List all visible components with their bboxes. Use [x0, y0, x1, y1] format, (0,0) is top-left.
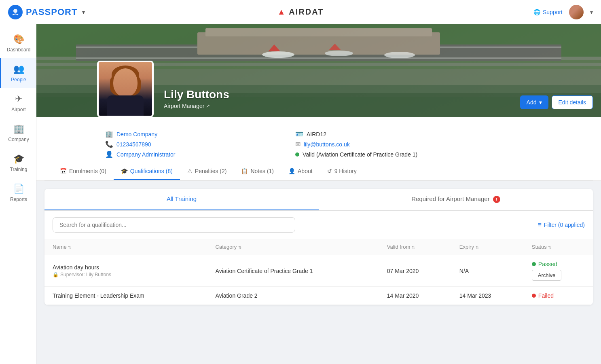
email-detail: ✉ lily@buttons.co.uk — [295, 140, 469, 148]
svg-point-12 — [325, 51, 353, 56]
th-name-label: Name — [53, 244, 67, 250]
airdat-logo: ▲ AIRDAT — [277, 7, 324, 16]
penalties-tab-icon: ⚠ — [187, 168, 193, 174]
qualifications-tab-icon: 🎓 — [121, 168, 128, 174]
sidebar-label-people: People — [11, 77, 26, 83]
th-category[interactable]: Category ⇅ — [207, 239, 379, 255]
row1-name: Aviation day hours — [53, 264, 199, 271]
logo-dropdown-caret[interactable]: ▾ — [82, 9, 85, 15]
sidebar-item-reports[interactable]: 📄 Reports — [0, 178, 36, 208]
all-training-label: All Training — [167, 195, 197, 202]
th-status[interactable]: Status ⇅ — [524, 239, 593, 255]
logo-area[interactable]: PASSPORT ▾ — [8, 5, 85, 19]
email-icon: ✉ — [295, 140, 300, 148]
row2-status-text: Failed — [538, 292, 554, 299]
sidebar-item-people[interactable]: 👥 People — [0, 58, 36, 88]
tab-about[interactable]: 👤 About — [281, 163, 320, 180]
job-icon: 👤 — [105, 150, 113, 158]
main-layout: 🎨 Dashboard 👥 People ✈ Airport 🏢 Company… — [0, 24, 601, 364]
company-link[interactable]: Demo Company — [116, 131, 157, 138]
table-body: Aviation day hours 🔒 Supervisor: Lily Bu… — [44, 255, 593, 305]
main-content: Lily Buttons Airport Manager ↗ Add ▾ Edi… — [36, 24, 601, 364]
dashboard-icon: 🎨 — [13, 34, 24, 44]
notes-tab-icon: 📋 — [241, 168, 248, 174]
sidebar-label-company: Company — [8, 137, 29, 142]
sub-tabs: All Training Required for Airport Manage… — [44, 189, 593, 211]
company-icon: 🏢 — [13, 124, 24, 134]
sub-tab-required[interactable]: Required for Airport Manager ! — [319, 189, 593, 210]
sidebar-item-dashboard[interactable]: 🎨 Dashboard — [0, 28, 36, 58]
email-link[interactable]: lily@buttons.co.uk — [304, 141, 350, 148]
svg-point-13 — [384, 52, 415, 58]
failed-dot — [532, 294, 536, 298]
history-tab-icon: ↺ — [327, 168, 332, 174]
sidebar-item-training[interactable]: 🎓 Training — [0, 148, 36, 178]
required-label: Required for Airport Manager — [411, 195, 489, 202]
sub-tab-all-training[interactable]: All Training — [44, 189, 319, 210]
sidebar-item-airport[interactable]: ✈ Airport — [0, 88, 36, 118]
valid-from-sort-icon[interactable]: ⇅ — [412, 245, 415, 250]
tab-notes[interactable]: 📋 Notes (1) — [234, 163, 281, 180]
add-button[interactable]: Add ▾ — [520, 95, 548, 109]
th-valid-from[interactable]: Valid from ⇅ — [379, 239, 451, 255]
top-navigation: PASSPORT ▾ ▲ AIRDAT 🌐 Support ▾ — [0, 0, 601, 24]
app-title: PASSPORT — [26, 7, 77, 17]
about-tab-label: About — [298, 168, 313, 174]
category-sort-icon[interactable]: ⇅ — [238, 245, 241, 250]
name-sort-icon[interactable]: ⇅ — [68, 245, 71, 250]
job-title-detail: 👤 Company Administrator — [105, 150, 279, 158]
th-expiry[interactable]: Expiry ⇅ — [451, 239, 524, 255]
user-avatar[interactable] — [569, 5, 584, 19]
profile-banner: Lily Buttons Airport Manager ↗ Add ▾ Edi… — [36, 24, 601, 117]
status-dot-green — [295, 152, 299, 157]
profile-actions: Add ▾ Edit details — [520, 95, 593, 109]
status-sort-icon[interactable]: ⇅ — [548, 245, 551, 250]
aird-code-detail: 🪪 AIRD12 — [295, 130, 469, 138]
edit-details-button[interactable]: Edit details — [552, 95, 593, 109]
training-icon: 🎓 — [13, 154, 24, 164]
tab-history[interactable]: ↺ 9 History — [320, 163, 364, 180]
profile-role-text: Airport Manager — [164, 103, 204, 109]
svg-point-0 — [13, 9, 17, 13]
archive-button[interactable]: Archive — [532, 270, 561, 281]
tab-qualifications[interactable]: 🎓 Qualifications (8) — [114, 163, 180, 180]
row2-name: Training Element - Leadership Exam — [53, 292, 199, 299]
profile-role: Airport Manager ↗ — [164, 103, 229, 109]
qualifications-panel: All Training Required for Airport Manage… — [44, 189, 593, 305]
row1-status: Passed — [532, 261, 585, 267]
sidebar-label-training: Training — [10, 167, 28, 172]
search-input[interactable] — [53, 217, 295, 233]
phone-detail: 📞 01234567890 — [105, 140, 279, 148]
about-tab-icon: 👤 — [288, 168, 295, 174]
row1-category: Aviation Certificate of Practice Grade 1 — [207, 255, 379, 287]
external-link-icon[interactable]: ↗ — [206, 103, 210, 109]
sidebar-item-company[interactable]: 🏢 Company — [0, 118, 36, 148]
sidebar-label-reports: Reports — [10, 197, 27, 202]
table-row: Aviation day hours 🔒 Supervisor: Lily Bu… — [44, 255, 593, 287]
svg-rect-8 — [76, 57, 561, 59]
passed-dot — [532, 262, 536, 266]
filter-button[interactable]: ≡ Filter (0 applied) — [538, 221, 585, 229]
th-name[interactable]: Name ⇅ — [44, 239, 207, 255]
tab-penalties[interactable]: ⚠ Penalties (2) — [180, 163, 234, 180]
company-icon-detail: 🏢 — [105, 130, 113, 138]
reports-icon: 📄 — [13, 184, 24, 194]
user-menu-caret[interactable]: ▾ — [590, 9, 593, 15]
tab-enrolments[interactable]: 📅 Enrolments (0) — [53, 163, 114, 180]
support-label: Support — [543, 9, 563, 15]
id-icon: 🪪 — [295, 130, 303, 138]
support-link[interactable]: 🌐 Support — [533, 9, 563, 15]
job-title[interactable]: Company Administrator — [116, 151, 176, 158]
row2-status-cell: Failed — [524, 287, 593, 305]
valid-status-text: Valid (Aviation Certificate of Practice … — [303, 151, 417, 158]
add-button-label: Add — [527, 99, 537, 106]
expiry-sort-icon[interactable]: ⇅ — [476, 245, 479, 250]
valid-status-detail: Valid (Aviation Certificate of Practice … — [295, 150, 469, 158]
phone-link[interactable]: 01234567890 — [116, 141, 151, 148]
details-grid: 🏢 Demo Company 🪪 AIRD12 📞 01234567890 ✉ … — [105, 124, 469, 163]
add-dropdown-caret: ▾ — [539, 99, 542, 106]
sidebar-label-dashboard: Dashboard — [7, 47, 31, 53]
row2-name-cell: Training Element - Leadership Exam — [44, 287, 207, 305]
penalties-tab-label: Penalties (2) — [195, 168, 227, 174]
profile-tabs: 📅 Enrolments (0) 🎓 Qualifications (8) ⚠ … — [44, 163, 593, 180]
